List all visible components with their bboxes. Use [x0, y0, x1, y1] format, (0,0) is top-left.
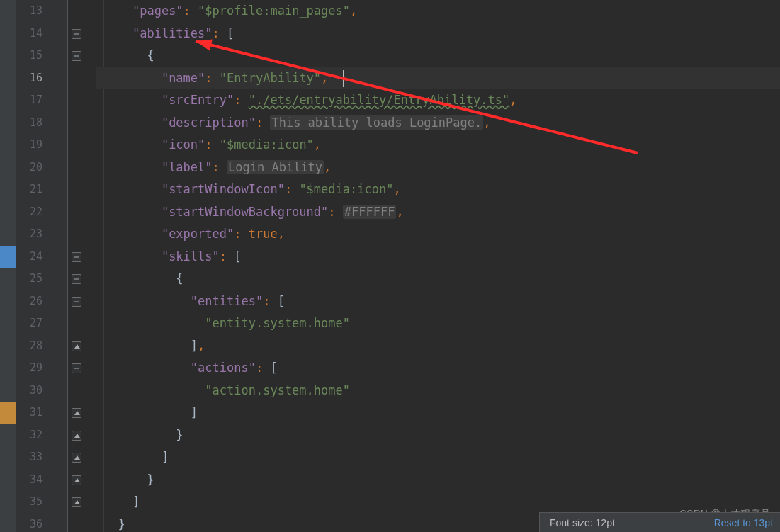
fold-end-icon[interactable] [72, 341, 81, 351]
line-number: 24 [16, 246, 50, 268]
code-editor[interactable]: "pages": "$profile:main_pages", "abiliti… [96, 0, 780, 532]
fold-collapse-icon[interactable] [72, 252, 81, 262]
code-line[interactable]: "srcEntry": "./ets/entryability/EntryAbi… [96, 89, 780, 112]
fold-end-icon[interactable] [72, 497, 81, 507]
line-number: 30 [16, 380, 50, 402]
font-size-popup[interactable]: Font size: 12pt Reset to 13pt [539, 512, 780, 532]
line-number: 31 [16, 402, 50, 424]
line-number: 17 [16, 89, 50, 112]
line-number: 25 [16, 268, 50, 290]
code-line[interactable]: "label": Login Ability, [96, 157, 780, 179]
line-number: 20 [16, 157, 50, 179]
line-number: 36 [16, 514, 50, 533]
text-caret [343, 70, 344, 87]
line-number: 16 [16, 67, 50, 90]
font-size-reset-link[interactable]: Reset to 13pt [714, 517, 773, 528]
code-line[interactable]: "exported": true, [96, 223, 780, 246]
fold-end-icon[interactable] [72, 431, 81, 441]
fold-collapse-icon[interactable] [72, 297, 81, 307]
fold-collapse-icon[interactable] [72, 51, 81, 61]
code-line[interactable]: { [96, 45, 780, 67]
line-number: 32 [16, 424, 50, 447]
code-line[interactable]: "startWindowBackground": #FFFFFF, [96, 201, 780, 224]
code-line[interactable]: ] [96, 446, 780, 469]
code-line[interactable]: "pages": "$profile:main_pages", [96, 0, 780, 23]
line-number: 19 [16, 134, 50, 157]
gutter-marker[interactable] [0, 246, 16, 268]
breakpoint-gutter[interactable] [0, 0, 16, 532]
fold-end-icon[interactable] [72, 453, 81, 463]
code-line[interactable]: ] [96, 402, 780, 424]
code-line[interactable]: "action.system.home" [96, 380, 780, 402]
line-number: 23 [16, 223, 50, 246]
line-number: 35 [16, 491, 50, 514]
line-number: 27 [16, 312, 50, 335]
line-number: 26 [16, 290, 50, 313]
gutter-marker[interactable] [0, 402, 16, 424]
line-number: 14 [16, 23, 50, 45]
code-line[interactable]: "entities": [ [96, 290, 780, 313]
code-line[interactable]: } [96, 469, 780, 492]
code-line[interactable]: { [96, 268, 780, 290]
line-number: 15 [16, 45, 50, 67]
line-number: 33 [16, 446, 50, 469]
code-line[interactable]: "entity.system.home" [96, 312, 780, 335]
fold-collapse-icon[interactable] [72, 274, 81, 284]
fold-end-icon[interactable] [72, 475, 81, 485]
code-line[interactable]: "icon": "$media:icon", [96, 134, 780, 157]
fold-collapse-icon[interactable] [72, 363, 81, 373]
code-line[interactable]: "description": This ability loads LoginP… [96, 112, 780, 135]
code-line[interactable]: } [96, 424, 780, 447]
fold-collapse-icon[interactable] [72, 29, 81, 39]
line-number: 29 [16, 357, 50, 380]
code-line[interactable]: "name": "EntryAbility", [96, 67, 780, 90]
code-line[interactable]: "startWindowIcon": "$media:icon", [96, 179, 780, 201]
code-line[interactable]: "actions": [ [96, 357, 780, 380]
line-number: 22 [16, 201, 50, 224]
line-number: 28 [16, 335, 50, 358]
code-line[interactable]: "abilities": [ [96, 23, 780, 45]
code-line[interactable]: ] [96, 491, 780, 514]
line-number: 18 [16, 112, 50, 135]
code-line[interactable]: ], [96, 335, 780, 358]
code-line[interactable]: "skills": [ [96, 246, 780, 268]
font-size-label: Font size: 12pt [550, 517, 615, 528]
line-number: 13 [16, 0, 50, 23]
line-number: 34 [16, 469, 50, 492]
line-number: 21 [16, 179, 50, 201]
fold-gutter[interactable] [50, 0, 68, 532]
fold-end-icon[interactable] [72, 408, 81, 418]
